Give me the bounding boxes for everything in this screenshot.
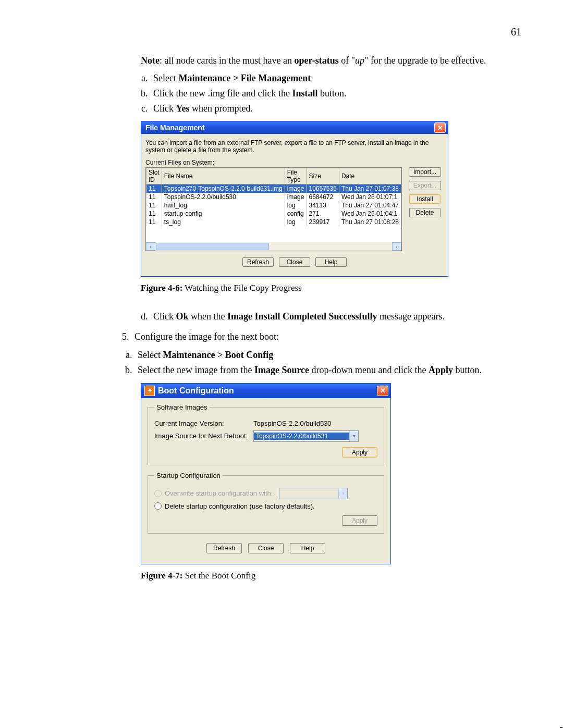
step-5: Configure the image for the next boot: S…	[131, 329, 527, 377]
col-name[interactable]: File Name	[162, 168, 285, 184]
radio-icon[interactable]	[154, 502, 162, 510]
horizontal-scrollbar[interactable]: ‹ ›	[146, 242, 401, 251]
startup-config-group: Startup Configuration Overwrite startup …	[148, 472, 384, 534]
col-slot[interactable]: Slot ID	[146, 168, 162, 184]
titlebar[interactable]: File Management ✕	[141, 121, 448, 134]
refresh-button[interactable]: Refresh	[242, 257, 274, 267]
close-button[interactable]: Close	[279, 257, 310, 267]
overwrite-dropdown: ▾	[279, 488, 348, 499]
page-number: 61	[141, 26, 527, 38]
app-icon: ✦	[144, 386, 155, 396]
software-images-group: Software Images Current Image Version: T…	[148, 403, 384, 465]
boot-config-window: ✦ Boot Configuration ✕ Software Images C…	[141, 383, 391, 564]
group-label: Startup Configuration	[154, 472, 223, 479]
current-version-value: TopspinOS-2.2.0/build530	[253, 419, 332, 427]
table-row[interactable]: 11 hwif_log log 34113 Thu Jan 27 01:04:4…	[146, 201, 401, 209]
scroll-left-icon[interactable]: ‹	[146, 242, 155, 251]
scroll-right-icon[interactable]: ›	[392, 242, 401, 251]
chevron-down-icon[interactable]: ▾	[349, 431, 358, 441]
radio-icon	[154, 490, 162, 497]
install-button[interactable]: Install	[409, 194, 440, 204]
table-row[interactable]: 11 TopspinOS-2.2.0/build530 image 668467…	[146, 193, 401, 201]
figure-caption-2: Figure 4-7: Set the Boot Config	[141, 571, 527, 581]
export-button: Export...	[409, 181, 442, 190]
delete-button[interactable]: Delete	[409, 208, 440, 217]
import-button[interactable]: Import...	[409, 167, 441, 177]
overwrite-radio: Overwrite startup configuration with: ▾	[154, 488, 377, 499]
col-date[interactable]: Date	[339, 168, 401, 184]
table-row[interactable]: 11 ts_log log 239917 Thu Jan 27 01:08:28	[146, 218, 401, 226]
image-source-dropdown[interactable]: TopspinOS-2.2.0/build531 ▾	[253, 430, 359, 442]
refresh-button[interactable]: Refresh	[206, 543, 242, 553]
help-button[interactable]: Help	[315, 257, 347, 267]
note-line: Note: all node cards in the must have an…	[141, 54, 527, 68]
note-prefix: Note	[141, 55, 160, 66]
figure-caption-1: Figure 4-6: Watching the File Copy Progr…	[141, 283, 527, 293]
col-type[interactable]: File Type	[285, 168, 307, 184]
scroll-track[interactable]	[156, 243, 391, 250]
window-title: Boot Configuration	[158, 386, 234, 396]
close-icon[interactable]: ✕	[434, 122, 446, 133]
file-table[interactable]: Slot ID File Name File Type Size Date 11…	[145, 167, 402, 251]
apply-button[interactable]: Apply	[342, 447, 377, 458]
file-management-window: File Management ✕ You can import a file …	[141, 121, 448, 277]
col-size[interactable]: Size	[307, 168, 339, 184]
current-files-label: Current Files on System:	[145, 159, 444, 166]
help-button[interactable]: Help	[290, 543, 325, 553]
delete-radio[interactable]: Delete startup configuration (use factor…	[154, 502, 377, 510]
table-row[interactable]: 11 startup-config config 271 Wed Jan 26 …	[146, 209, 401, 218]
image-source-label: Image Source for Next Reboot:	[154, 432, 253, 440]
apply-button-2: Apply	[342, 515, 377, 526]
window-title: File Management	[145, 124, 205, 132]
titlebar[interactable]: ✦ Boot Configuration ✕	[141, 384, 390, 398]
chevron-down-icon: ▾	[338, 489, 347, 498]
substeps-1d: Click Ok when the Image Install Complete…	[150, 309, 527, 324]
substeps-1: Select Maintenance > File Management Cli…	[150, 71, 527, 116]
current-version-label: Current Image Version:	[154, 419, 253, 427]
group-label: Software Images	[154, 403, 210, 411]
scroll-thumb[interactable]	[156, 243, 269, 250]
close-button[interactable]: Close	[248, 543, 284, 553]
table-row[interactable]: 11 Topspin270-TopspinOS-2.2.0-build531.i…	[146, 184, 401, 193]
description-text: You can import a file from an external F…	[145, 139, 444, 154]
close-icon[interactable]: ✕	[377, 386, 388, 396]
